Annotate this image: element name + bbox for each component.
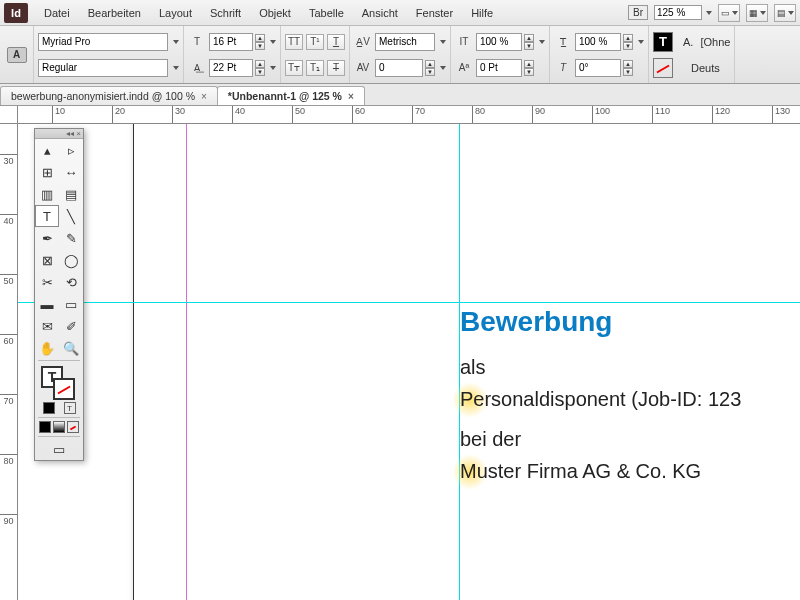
menu-fenster[interactable]: Fenster bbox=[408, 4, 461, 22]
tracking-input[interactable] bbox=[375, 59, 423, 77]
formatting-text-button[interactable]: T bbox=[64, 402, 76, 414]
language-label: Deuts bbox=[691, 62, 720, 74]
view-options-button[interactable]: ▤ bbox=[774, 4, 796, 22]
skew-input[interactable] bbox=[575, 59, 621, 77]
line-tool[interactable]: ╲ bbox=[59, 205, 83, 227]
menu-tabelle[interactable]: Tabelle bbox=[301, 4, 352, 22]
apply-color-button[interactable] bbox=[43, 402, 55, 414]
gap-tool[interactable]: ↔ bbox=[59, 161, 83, 183]
panel-grip[interactable]: ◂◂ × bbox=[35, 129, 83, 139]
doc-tab-1[interactable]: bewerbung-anonymisiert.indd @ 100 %× bbox=[0, 86, 218, 105]
leading-input[interactable] bbox=[209, 59, 253, 77]
horizontal-ruler[interactable]: 10 20 30 40 50 60 70 80 90 100 110 120 1… bbox=[18, 106, 800, 124]
menu-bar: Id Datei Bearbeiten Layout Schrift Objek… bbox=[0, 0, 800, 26]
apply-gradient-button[interactable] bbox=[53, 421, 65, 433]
font-family-select[interactable] bbox=[38, 33, 168, 51]
vertical-ruler[interactable]: 30 40 50 60 70 80 90 bbox=[0, 124, 18, 600]
fill-stroke-proxy[interactable]: T bbox=[35, 362, 83, 400]
content-collector-tool[interactable]: ▥ bbox=[35, 183, 59, 205]
content-placer-tool[interactable]: ▤ bbox=[59, 183, 83, 205]
vertical-scale-input[interactable] bbox=[476, 33, 522, 51]
heading-text: Bewerbung bbox=[460, 306, 800, 338]
menu-ansicht[interactable]: Ansicht bbox=[354, 4, 406, 22]
char-style-value: [Ohne bbox=[700, 36, 730, 48]
document-canvas[interactable]: Bewerbung als Personaldisponent (Job-ID:… bbox=[18, 124, 800, 600]
small-caps-button[interactable]: Tᴛ bbox=[285, 60, 303, 76]
baseline-shift-input[interactable] bbox=[476, 59, 522, 77]
stroke-color-swatch[interactable] bbox=[653, 58, 673, 78]
apply-none-button[interactable] bbox=[67, 421, 79, 433]
menu-objekt[interactable]: Objekt bbox=[251, 4, 299, 22]
pencil-tool[interactable]: ✎ bbox=[59, 227, 83, 249]
kerning-icon: A̲V bbox=[354, 34, 372, 50]
body-line-1: als bbox=[460, 352, 800, 382]
guide-horizontal[interactable] bbox=[18, 302, 800, 303]
all-caps-button[interactable]: TT bbox=[285, 34, 303, 50]
leading-icon: A͟ bbox=[188, 60, 206, 76]
margin-guide-vertical[interactable] bbox=[186, 124, 187, 600]
hand-tool[interactable]: ✋ bbox=[35, 337, 59, 359]
tracking-icon: AV bbox=[354, 60, 372, 76]
close-icon[interactable]: × bbox=[201, 91, 207, 102]
baseline-shift-icon: Aª bbox=[455, 60, 473, 76]
control-panel: A T ▲▼ A͟ ▲▼ TT T¹ T Tᴛ T₁ T A̲V bbox=[0, 26, 800, 84]
app-logo-indesign: Id bbox=[4, 3, 28, 23]
ruler-origin[interactable] bbox=[0, 106, 18, 124]
zoom-input[interactable] bbox=[654, 5, 702, 20]
rectangle-frame-tool[interactable]: ⊠ bbox=[35, 249, 59, 271]
note-tool[interactable]: ✉ bbox=[35, 315, 59, 337]
vertical-scale-icon: IT bbox=[455, 34, 473, 50]
horizontal-scale-input[interactable] bbox=[575, 33, 621, 51]
horizontal-scale-icon: T̲ bbox=[554, 34, 572, 50]
gradient-swatch-tool[interactable]: ▬ bbox=[35, 293, 59, 315]
font-size-input[interactable] bbox=[209, 33, 253, 51]
arrange-button[interactable]: ▦ bbox=[746, 4, 768, 22]
menu-schrift[interactable]: Schrift bbox=[202, 4, 249, 22]
scissors-tool[interactable]: ✂ bbox=[35, 271, 59, 293]
page-tool[interactable]: ⊞ bbox=[35, 161, 59, 183]
font-size-icon: T bbox=[188, 34, 206, 50]
zoom-tool[interactable]: 🔍 bbox=[59, 337, 83, 359]
tools-panel[interactable]: ◂◂ × ▴ ▹ ⊞ ↔ ▥ ▤ T ╲ ✒ ✎ ⊠ ◯ ✂ ⟲ ▬ ▭ ✉ ✐… bbox=[34, 128, 84, 461]
strikethrough-button[interactable]: T bbox=[327, 60, 345, 76]
body-line-2: Personaldisponent (Job-ID: 123 bbox=[460, 384, 800, 414]
superscript-button[interactable]: T¹ bbox=[306, 34, 324, 50]
pen-tool[interactable]: ✒ bbox=[35, 227, 59, 249]
zoom-level-select[interactable] bbox=[654, 5, 712, 20]
close-icon[interactable]: × bbox=[348, 91, 354, 102]
chevron-down-icon bbox=[706, 11, 712, 15]
menu-datei[interactable]: Datei bbox=[36, 4, 78, 22]
eyedropper-tool[interactable]: ✐ bbox=[59, 315, 83, 337]
underline-button[interactable]: T bbox=[327, 34, 345, 50]
menu-hilfe[interactable]: Hilfe bbox=[463, 4, 501, 22]
body-line-3: bei der bbox=[460, 424, 800, 454]
type-tool[interactable]: T bbox=[35, 205, 59, 227]
text-frame[interactable]: Bewerbung als Personaldisponent (Job-ID:… bbox=[460, 306, 800, 486]
char-style-label: A. bbox=[683, 36, 693, 48]
document-tabs: bewerbung-anonymisiert.indd @ 100 %× *Un… bbox=[0, 84, 800, 106]
character-mode-icon[interactable]: A bbox=[7, 47, 27, 63]
selection-tool[interactable]: ▴ bbox=[35, 139, 59, 161]
fill-color-swatch[interactable]: T bbox=[653, 32, 673, 52]
font-style-select[interactable] bbox=[38, 59, 168, 77]
direct-selection-tool[interactable]: ▹ bbox=[59, 139, 83, 161]
free-transform-tool[interactable]: ⟲ bbox=[59, 271, 83, 293]
kerning-select[interactable] bbox=[375, 33, 435, 51]
apply-black-button[interactable] bbox=[39, 421, 51, 433]
subscript-button[interactable]: T₁ bbox=[306, 60, 324, 76]
view-mode-button[interactable]: ▭ bbox=[35, 438, 83, 460]
doc-tab-2[interactable]: *Unbenannt-1 @ 125 %× bbox=[217, 86, 365, 105]
menu-bearbeiten[interactable]: Bearbeiten bbox=[80, 4, 149, 22]
body-line-4: Muster Firma AG & Co. KG bbox=[460, 456, 800, 486]
stroke-proxy[interactable] bbox=[53, 378, 75, 400]
bridge-button[interactable]: Br bbox=[628, 5, 648, 20]
screen-mode-button[interactable]: ▭ bbox=[718, 4, 740, 22]
skew-icon: T bbox=[554, 60, 572, 76]
menu-layout[interactable]: Layout bbox=[151, 4, 200, 22]
gradient-feather-tool[interactable]: ▭ bbox=[59, 293, 83, 315]
ellipse-tool[interactable]: ◯ bbox=[59, 249, 83, 271]
